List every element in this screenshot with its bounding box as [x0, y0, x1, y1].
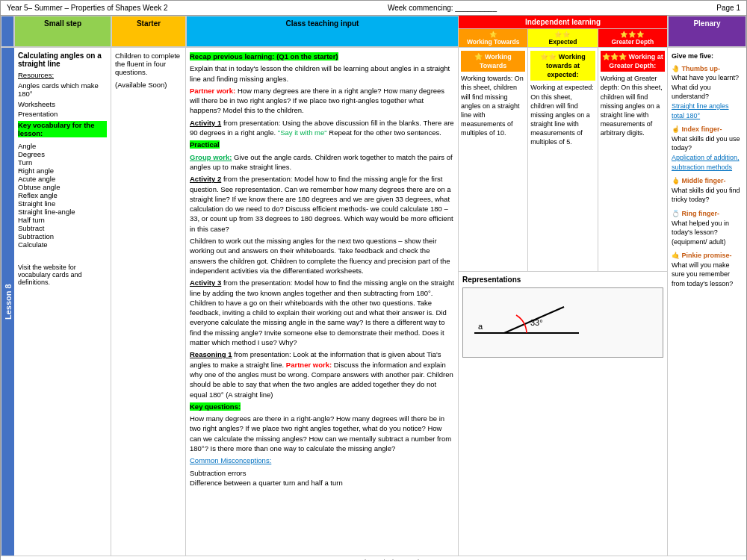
- common-misconceptions-para: Common Misconceptions:: [190, 455, 454, 465]
- page-footer: www.masterthecurriculum.co.uk Master The…: [1, 556, 746, 560]
- plenary-pinkie: 🤙 Pinkie promise- What will you make sur…: [672, 251, 743, 288]
- key-questions-para: Key questions:: [190, 402, 454, 411]
- angle-diagram: a 33°: [462, 287, 663, 358]
- partner-work2-label: Partner work:: [286, 361, 332, 369]
- independent-column-header-wrapper: Independent learning ⭐ Working Towards ⭐…: [459, 16, 668, 47]
- svg-text:a: a: [478, 322, 483, 331]
- vocab-degrees: Degrees: [18, 150, 107, 158]
- plenary-middle: 🖕 Middle finger- What skills did you fin…: [672, 176, 743, 205]
- vocab-obtuse: Obtuse angle: [18, 183, 107, 191]
- thumb-text: What have you learnt? What did you under…: [672, 74, 739, 100]
- working-towards-cell: ⭐ Working Towards Working towards: On th…: [459, 48, 528, 271]
- vocab-acute: Acute angle: [18, 175, 107, 183]
- lesson-column-header: [1, 16, 14, 47]
- key-questions-text: How many degrees are there in a right-an…: [190, 414, 454, 453]
- application-text: Application of addition, subtraction met…: [672, 154, 740, 171]
- greater-depth-header: ⭐⭐⭐ Greater Depth: [598, 29, 667, 47]
- class-teaching-p1: Explain that in today's lesson the child…: [190, 63, 454, 84]
- activity2-para: Activity 2 from the presentation: Model …: [190, 174, 454, 234]
- header-right: Page 1: [716, 4, 740, 12]
- starter-column-header: Starter: [111, 16, 186, 47]
- class-teaching-column-header: Class teaching input: [186, 16, 459, 47]
- activity3-text: from the presentation: Model how to find…: [190, 279, 454, 346]
- plenary-index: ☝ Index finger- What skills did you use …: [672, 125, 743, 172]
- starter-column: Children to complete the fluent in four …: [111, 48, 186, 556]
- expected-cell-header: ⭐⭐ Working towards at expected:: [530, 51, 595, 81]
- vocab-right-angle: Right angle: [18, 167, 107, 175]
- recap-label: Recap previous learning: (Q1 on the star…: [190, 52, 338, 60]
- vocab-straight-line-angle: Straight line-angle: [18, 208, 107, 216]
- header-left: Year 5– Summer – Properties of Shapes We…: [7, 4, 168, 12]
- vocab-angle: Angle: [18, 142, 107, 150]
- page-wrapper: Year 5– Summer – Properties of Shapes We…: [0, 0, 747, 560]
- reasoning1-para: Reasoning 1 from presentation: Look at t…: [190, 349, 454, 399]
- vocab-subtraction: Subtraction: [18, 232, 107, 240]
- visit-note: Visit the website for vocabulary cards a…: [18, 264, 107, 286]
- angle-diagram-svg: a 33°: [467, 292, 586, 352]
- pinkie-text: What will you make sure you remember fro…: [672, 261, 733, 287]
- vocab-calculate: Calculate: [18, 240, 107, 249]
- vocab-half-turn: Half turn: [18, 216, 107, 224]
- activity2-label: Activity 2: [190, 175, 221, 183]
- key-vocab-label: Key vocabulary for the lesson:: [18, 121, 107, 137]
- expected-cell-text: Working at expected: On this sheet, chil…: [530, 83, 595, 146]
- middle-text: What skills did you find tricky today?: [672, 187, 740, 204]
- children-para: Children to work out the missing angles …: [190, 236, 454, 276]
- small-step-column: Calculating angles on a straight line Re…: [14, 48, 111, 556]
- plenary-ring: 💍 Ring finger- What helped you in today'…: [672, 209, 743, 246]
- activity2-text: from the presentation: Model how to find…: [190, 175, 453, 232]
- activity1-text2: Repeat for the other two sentences.: [327, 128, 441, 137]
- resources-text: Angles cards which make 180°: [18, 81, 107, 98]
- header-center: Week commencing: __________: [168, 4, 717, 12]
- working-towards-star: ⭐: [489, 31, 498, 38]
- common-misconceptions-text: Subtraction errors Difference between a …: [190, 468, 454, 488]
- independent-column-header: Independent learning: [459, 16, 667, 29]
- expected-header: ⭐⭐ Expected: [528, 29, 598, 47]
- expected-stars: ⭐⭐: [554, 31, 571, 38]
- plenary-column-header: Plenary: [668, 16, 746, 47]
- vocab-turn: Turn: [18, 158, 107, 167]
- independent-sub-headers: ⭐ Working Towards ⭐⭐ Expected ⭐⭐⭐ Greate…: [459, 29, 667, 47]
- ring-text: What helped you in today's lesson? (equi…: [672, 220, 729, 246]
- plenary-thumb: 🤚 Thumbs up- What have you learnt? What …: [672, 64, 743, 121]
- lesson-indicator: Lesson 8: [1, 48, 14, 556]
- vocab-subtract: Subtract: [18, 224, 107, 232]
- activity3-para: Activity 3 from the presentation: Model …: [190, 278, 454, 347]
- practical-label: Practical: [190, 140, 220, 149]
- representations-label: Representations: [462, 276, 663, 284]
- vocab-straight-line: Straight line: [18, 199, 107, 208]
- practical-para: Practical: [190, 140, 454, 149]
- group-work-label: Group work:: [190, 153, 232, 161]
- greater-depth-cell: ⭐⭐⭐ Working at Greater Depth: Working at…: [598, 48, 667, 271]
- thumb-icon: 🤚 Thumbs up-: [672, 65, 720, 72]
- starter-available: (Available Soon): [115, 81, 182, 89]
- activity1-para: Activity 1 from presentation: Using the …: [190, 118, 454, 138]
- activity1-label: Activity 1: [190, 119, 221, 127]
- main-content-row: Lesson 8 Calculating angles on a straigh…: [1, 48, 746, 556]
- svg-text:33°: 33°: [530, 318, 543, 327]
- index-text: What skills did you use today?: [672, 135, 740, 152]
- activity3-label: Activity 3: [190, 279, 221, 287]
- resources-label: Resources:: [18, 71, 107, 79]
- group-work-para: Group work: Give out the angle cards. Ch…: [190, 152, 454, 172]
- expected-stars-cell: ⭐⭐: [540, 53, 557, 60]
- expected-cell: ⭐⭐ Working towards at expected: Working …: [528, 48, 598, 271]
- working-towards-cell-header: ⭐ Working Towards: [461, 51, 525, 72]
- greater-depth-stars: ⭐⭐⭐: [620, 31, 645, 38]
- starter-text: Children to complete the fluent in four …: [115, 52, 182, 76]
- middle-icon: 🖕 Middle finger-: [672, 177, 726, 184]
- resources-3: Presentation: [18, 110, 107, 118]
- small-step-column-header: Small step: [14, 16, 111, 47]
- working-towards-header: ⭐ Working Towards: [459, 29, 528, 47]
- vocab-reflex: Reflex angle: [18, 191, 107, 199]
- partner-work-label: Partner work:: [190, 87, 235, 95]
- give-five-label: Give me five:: [672, 52, 743, 61]
- small-step-title: Calculating angles on a straight line: [18, 52, 107, 68]
- working-star: ⭐: [474, 53, 483, 60]
- independent-column: ⭐ Working Towards Working towards: On th…: [459, 48, 668, 556]
- resources-2: Worksheets: [18, 100, 107, 108]
- greater-depth-cell-header: ⭐⭐⭐ Working at Greater Depth:: [601, 51, 665, 72]
- working-towards-cell-text: Working towards: On this sheet, children…: [461, 74, 525, 137]
- plenary-column: Give me five: 🤚 Thumbs up- What have you…: [668, 48, 746, 556]
- ring-icon: 💍 Ring finger-: [672, 210, 719, 217]
